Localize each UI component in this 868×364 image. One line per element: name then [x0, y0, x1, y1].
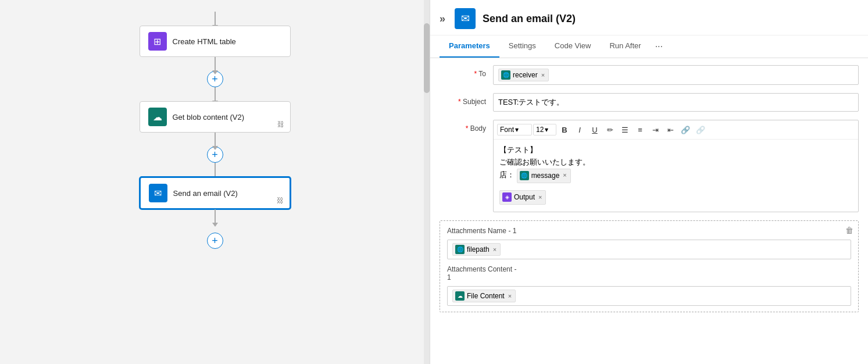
attachments-content-input[interactable]: ☁ File Content ×: [447, 286, 851, 306]
node-get-blob-content[interactable]: ☁ Get blob content (V2) ⛓: [140, 101, 291, 133]
scrollbar-thumb[interactable]: [424, 23, 430, 93]
node-icon-create-html-table: ⊞: [148, 32, 167, 51]
body-line3-prefix: 店：: [499, 170, 515, 179]
pen-button[interactable]: ✏: [603, 123, 617, 137]
message-token: 🌐 message ×: [517, 169, 571, 183]
output-token-icon: ◈: [502, 192, 512, 202]
tab-run-after[interactable]: Run After: [600, 35, 650, 58]
connector-arrow-2: [215, 87, 216, 101]
node-label-send-email: Send an email (V2): [173, 189, 238, 198]
node-icon-get-blob: ☁: [148, 108, 167, 126]
link-button[interactable]: 🔗: [678, 123, 692, 137]
flow-canvas: ⊞ Create HTML table + ☁ Get blob content…: [0, 0, 430, 364]
message-token-label: message: [531, 170, 560, 181]
file-content-token-label: File Content: [467, 292, 505, 300]
node-label-get-blob: Get blob content (V2): [173, 113, 245, 122]
ordered-list-button[interactable]: ≡: [633, 123, 647, 137]
subject-label: * Subject: [440, 93, 486, 106]
file-content-token-close[interactable]: ×: [508, 292, 512, 299]
connector-arrow-1: [215, 57, 216, 71]
output-token-label: Output: [514, 192, 535, 203]
panel-header: » ✉ Send an email (V2): [430, 0, 868, 35]
receiver-token-label: receiver: [513, 71, 538, 79]
message-token-close[interactable]: ×: [563, 170, 566, 181]
receiver-token: 🌐 receiver ×: [498, 69, 549, 81]
panel-tabs: Parameters Settings Code View Run After …: [430, 35, 868, 58]
output-token: ◈ Output ×: [499, 190, 546, 205]
tab-settings[interactable]: Settings: [499, 35, 545, 58]
connector-arrow-5: [215, 209, 216, 223]
to-input[interactable]: 🌐 receiver ×: [493, 65, 859, 85]
node-link-icon-get-blob: ⛓: [277, 120, 284, 129]
to-required-star: *: [474, 70, 479, 78]
subject-input[interactable]: [493, 93, 859, 112]
unlink-button[interactable]: 🔗: [694, 123, 708, 137]
collapse-panel-button[interactable]: »: [440, 13, 445, 25]
action-config-panel: » ✉ Send an email (V2) Parameters Settin…: [430, 0, 868, 364]
filepath-token-close[interactable]: ×: [493, 246, 496, 253]
node-link-icon-send-email: ⛓: [277, 197, 284, 205]
attachments-content-subsection: Attachments Content - 1 ☁ File Content ×: [447, 265, 851, 306]
font-select-chevron: ▾: [515, 126, 519, 134]
panel-body: * To 🌐 receiver × * Subject * Body: [430, 58, 868, 364]
font-select-label: Font: [500, 126, 514, 134]
node-icon-send-email: ✉: [149, 184, 167, 202]
body-editor[interactable]: Font ▾ 12 ▾ B I U ✏ ☰ ≡ ⇥ ⇤ 🔗: [493, 120, 859, 212]
attachments-name-label: Attachments Name - 1: [447, 227, 851, 235]
attachments-content-label: Attachments Content - 1: [447, 265, 851, 281]
output-token-close[interactable]: ×: [538, 192, 542, 203]
body-line3: 店： 🌐 message ×: [499, 169, 852, 183]
attachments-name-section: 🗑 Attachments Name - 1 🌐 filepath × Atta…: [440, 220, 859, 312]
receiver-token-close[interactable]: ×: [541, 72, 545, 78]
output-token-row: ◈ Output ×: [499, 188, 852, 207]
font-size-select[interactable]: 12 ▾: [533, 124, 556, 135]
panel-header-icon: ✉: [455, 8, 476, 29]
scrollbar-track[interactable]: [424, 0, 430, 364]
tab-more-button[interactable]: ···: [651, 35, 667, 58]
outdent-button[interactable]: ⇤: [663, 123, 677, 137]
body-field-row: * Body Font ▾ 12 ▾ B I U ✏: [440, 120, 859, 212]
connector-arrow-3: [215, 133, 216, 147]
connector-arrow-4: [215, 163, 216, 177]
attachments-name-input[interactable]: 🌐 filepath ×: [447, 240, 851, 259]
indent-button[interactable]: ⇥: [648, 123, 662, 137]
node-create-html-table[interactable]: ⊞ Create HTML table: [140, 26, 291, 57]
node-send-email[interactable]: ✉ Send an email (V2) ⛓: [140, 177, 291, 209]
filepath-token: 🌐 filepath ×: [452, 243, 501, 256]
tab-code-view[interactable]: Code View: [545, 35, 601, 58]
connector-arrow-top: [215, 12, 216, 26]
to-field-row: * To 🌐 receiver ×: [440, 65, 859, 85]
bold-button[interactable]: B: [558, 123, 571, 137]
flow-nodes: ⊞ Create HTML table + ☁ Get blob content…: [0, 6, 430, 249]
font-size-label: 12: [536, 126, 544, 134]
body-line1: 【テスト】: [499, 144, 852, 156]
file-content-token-icon: ☁: [455, 291, 465, 301]
tab-parameters[interactable]: Parameters: [440, 35, 499, 58]
filepath-token-label: filepath: [467, 245, 490, 254]
message-token-icon: 🌐: [520, 171, 529, 180]
filepath-token-icon: 🌐: [455, 245, 465, 254]
body-content[interactable]: 【テスト】 ご確認お願いいたします。 店： 🌐 message × ◈: [494, 140, 858, 212]
body-line2: ご確認お願いいたします。: [499, 156, 852, 169]
body-toolbar: Font ▾ 12 ▾ B I U ✏ ☰ ≡ ⇥ ⇤ 🔗: [494, 120, 858, 140]
node-label-create-html-table: Create HTML table: [173, 37, 236, 46]
file-content-token: ☁ File Content ×: [452, 290, 516, 302]
font-select[interactable]: Font ▾: [497, 124, 532, 135]
underline-button[interactable]: U: [588, 123, 602, 137]
body-label: * Body: [440, 120, 486, 133]
subject-field-row: * Subject: [440, 93, 859, 112]
attachments-delete-button[interactable]: 🗑: [845, 226, 853, 235]
font-size-chevron: ▾: [545, 126, 548, 134]
to-label: * To: [440, 65, 486, 78]
receiver-token-icon: 🌐: [501, 70, 510, 80]
subject-required-star: *: [458, 98, 463, 106]
italic-button[interactable]: I: [573, 123, 587, 137]
panel-title: Send an email (V2): [483, 13, 576, 25]
body-required-star: *: [466, 124, 470, 133]
add-step-button-3[interactable]: +: [207, 233, 223, 249]
unordered-list-button[interactable]: ☰: [618, 123, 632, 137]
